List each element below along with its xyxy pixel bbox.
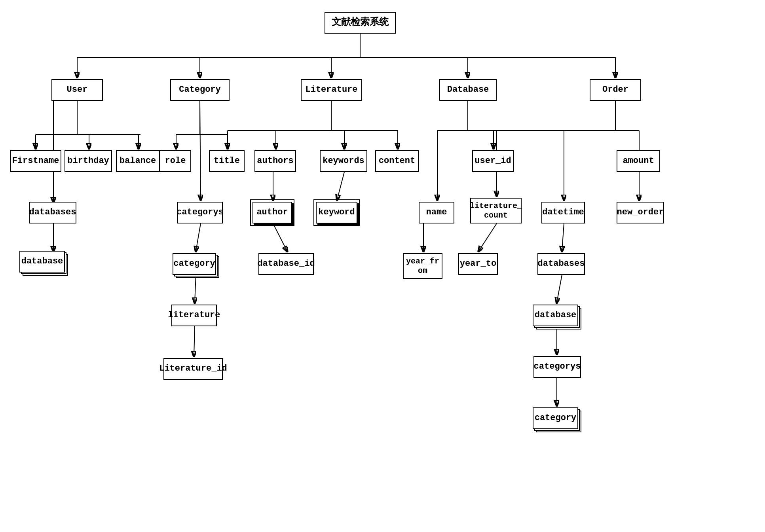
categorys-node: categorys	[177, 202, 223, 223]
user-database-node: database	[19, 251, 65, 273]
user-id-node: user_id	[472, 150, 514, 172]
svg-line-42	[562, 223, 564, 251]
year-to-node: year_to	[458, 253, 498, 275]
svg-line-20	[194, 326, 195, 356]
database-node-l1: Database	[439, 79, 497, 101]
svg-line-19	[195, 275, 196, 302]
svg-line-17	[200, 101, 201, 199]
content-node: content	[375, 150, 419, 172]
literature-id-node: Literature_id	[163, 358, 223, 380]
title-node: title	[209, 150, 245, 172]
balance-node: balance	[116, 150, 159, 172]
role-node: role	[159, 150, 191, 172]
order-node-l1: Order	[590, 79, 641, 101]
order-database-node: database	[533, 305, 578, 326]
amount-node: amount	[617, 150, 660, 172]
order-category-node: category	[533, 407, 578, 429]
keywords-node: keywords	[320, 150, 367, 172]
datetime-node: datetime	[541, 202, 585, 223]
authors-node: authors	[254, 150, 296, 172]
order-categorys-node: categorys	[533, 356, 581, 378]
name-node: name	[419, 202, 454, 223]
database-id-node: database_id	[258, 253, 314, 275]
literature-count-node: literature_ count	[470, 198, 522, 223]
year-from-label: year_fr om	[406, 257, 439, 276]
connector-lines	[0, 0, 765, 532]
new-order-node: new_order	[617, 202, 664, 223]
author-node: author	[252, 202, 292, 223]
user-databases-node: databases	[29, 202, 76, 223]
literature-count-label: literature_ count	[470, 201, 522, 220]
literature-node-l5: literature	[171, 305, 217, 326]
root-node: 文献检索系统	[325, 12, 396, 34]
diagram-container: 文献检索系统 User Category Literature Database…	[0, 0, 765, 532]
category-node-l1: Category	[170, 79, 230, 101]
order-databases-node: databases	[537, 253, 585, 275]
svg-line-28	[337, 172, 344, 199]
svg-line-43	[557, 275, 562, 302]
firstname-node: Firstname	[10, 150, 61, 172]
category-node-l4: category	[173, 253, 216, 275]
svg-line-18	[196, 223, 201, 251]
svg-line-35	[479, 223, 497, 251]
birthday-node: birthday	[65, 150, 112, 172]
year-from-node: year_fr om	[403, 253, 442, 279]
svg-line-29	[273, 223, 287, 251]
literature-node-l1: Literature	[301, 79, 362, 101]
user-node: User	[51, 79, 103, 101]
keyword-node: keyword	[316, 202, 357, 223]
